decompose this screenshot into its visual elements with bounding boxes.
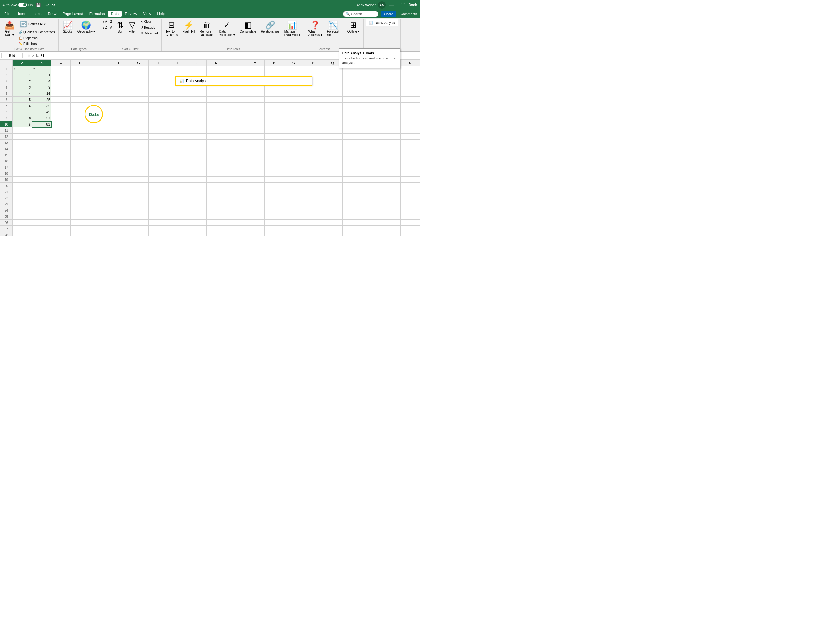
cell-E18[interactable] <box>90 171 109 177</box>
cell-O24[interactable] <box>284 207 303 214</box>
cell-K24[interactable] <box>206 207 226 214</box>
cell-C8[interactable] <box>51 109 71 115</box>
cell-N26[interactable] <box>265 220 284 226</box>
cell-O13[interactable] <box>284 140 303 146</box>
cell-N9[interactable] <box>265 115 284 121</box>
cell-H8[interactable] <box>148 109 167 115</box>
cell-B12[interactable] <box>32 133 51 140</box>
cell-U12[interactable] <box>400 133 420 140</box>
row-number-21[interactable]: 21 <box>0 189 13 195</box>
cell-F3[interactable] <box>109 78 129 84</box>
cell-L28[interactable] <box>226 232 245 237</box>
cell-N20[interactable] <box>265 183 284 189</box>
cell-N18[interactable] <box>265 171 284 177</box>
cell-P16[interactable] <box>303 158 323 164</box>
cell-T8[interactable] <box>381 109 400 115</box>
cell-K11[interactable] <box>206 127 226 133</box>
cell-F14[interactable] <box>109 146 129 152</box>
row-number-10[interactable]: 10 <box>0 121 13 127</box>
menu-data[interactable]: Data <box>108 11 122 17</box>
cell-G1[interactable] <box>129 66 148 72</box>
cell-E10[interactable] <box>90 121 109 127</box>
cell-L17[interactable] <box>226 164 245 171</box>
cell-L24[interactable] <box>226 207 245 214</box>
cell-P9[interactable] <box>303 115 323 121</box>
search-input[interactable] <box>351 12 376 16</box>
cell-C21[interactable] <box>51 189 71 195</box>
cell-O28[interactable] <box>284 232 303 237</box>
cell-M28[interactable] <box>245 232 265 237</box>
cell-G8[interactable] <box>129 109 148 115</box>
cell-E1[interactable] <box>90 66 109 72</box>
cell-U6[interactable] <box>400 97 420 103</box>
cancel-formula-icon[interactable]: ✕ <box>27 54 30 58</box>
cell-P20[interactable] <box>303 183 323 189</box>
sort-za-button[interactable]: ↓Z→A <box>101 25 114 30</box>
row-number-14[interactable]: 14 <box>0 146 13 152</box>
cell-B19[interactable] <box>32 177 51 183</box>
redo-button[interactable]: ↪ <box>51 2 57 8</box>
cell-A5[interactable]: 4 <box>13 90 32 97</box>
cell-E6[interactable] <box>90 97 109 103</box>
cell-H16[interactable] <box>148 158 167 164</box>
cell-C23[interactable] <box>51 201 71 207</box>
cell-U21[interactable] <box>400 189 420 195</box>
cell-E28[interactable] <box>90 232 109 237</box>
cell-E17[interactable] <box>90 164 109 171</box>
cell-S16[interactable] <box>362 158 381 164</box>
cell-R11[interactable] <box>342 127 362 133</box>
cell-K20[interactable] <box>206 183 226 189</box>
cell-P7[interactable] <box>303 103 323 109</box>
cell-G22[interactable] <box>129 195 148 201</box>
cell-B15[interactable] <box>32 152 51 158</box>
cell-K5[interactable] <box>206 90 226 97</box>
cell-L8[interactable] <box>226 109 245 115</box>
cell-U5[interactable] <box>400 90 420 97</box>
cell-C11[interactable] <box>51 127 71 133</box>
cell-R27[interactable] <box>342 226 362 232</box>
cell-N17[interactable] <box>265 164 284 171</box>
cell-E9[interactable] <box>90 115 109 121</box>
cell-U26[interactable] <box>400 220 420 226</box>
cell-R2[interactable] <box>342 72 362 78</box>
cell-C15[interactable] <box>51 152 71 158</box>
cell-E19[interactable] <box>90 177 109 183</box>
cell-O9[interactable] <box>284 115 303 121</box>
col-header-m[interactable]: M <box>245 60 265 66</box>
cell-S6[interactable] <box>362 97 381 103</box>
cell-S19[interactable] <box>362 177 381 183</box>
cell-Q4[interactable] <box>323 84 342 90</box>
cell-J5[interactable] <box>187 90 206 97</box>
cell-O21[interactable] <box>284 189 303 195</box>
cell-Q19[interactable] <box>323 177 342 183</box>
cell-M15[interactable] <box>245 152 265 158</box>
cell-P22[interactable] <box>303 195 323 201</box>
cell-B13[interactable] <box>32 140 51 146</box>
cell-A7[interactable]: 6 <box>13 103 32 109</box>
cell-A20[interactable] <box>13 183 32 189</box>
cell-T6[interactable] <box>381 97 400 103</box>
cell-N1[interactable] <box>265 66 284 72</box>
cell-Q26[interactable] <box>323 220 342 226</box>
cell-S15[interactable] <box>362 152 381 158</box>
cell-O25[interactable] <box>284 214 303 220</box>
row-number-4[interactable]: 4 <box>0 84 13 90</box>
cell-R4[interactable] <box>342 84 362 90</box>
cell-O14[interactable] <box>284 146 303 152</box>
cell-H27[interactable] <box>148 226 167 232</box>
cell-M26[interactable] <box>245 220 265 226</box>
autosave-switch[interactable] <box>19 3 27 7</box>
cell-Q10[interactable] <box>323 121 342 127</box>
cell-R13[interactable] <box>342 140 362 146</box>
cell-R23[interactable] <box>342 201 362 207</box>
cell-J27[interactable] <box>187 226 206 232</box>
cell-I8[interactable] <box>167 109 187 115</box>
cell-A13[interactable] <box>13 140 32 146</box>
cell-F6[interactable] <box>109 97 129 103</box>
cell-F26[interactable] <box>109 220 129 226</box>
cell-R28[interactable] <box>342 232 362 237</box>
cell-O8[interactable] <box>284 109 303 115</box>
row-number-7[interactable]: 7 <box>0 103 13 109</box>
cell-G6[interactable] <box>129 97 148 103</box>
cell-L12[interactable] <box>226 133 245 140</box>
